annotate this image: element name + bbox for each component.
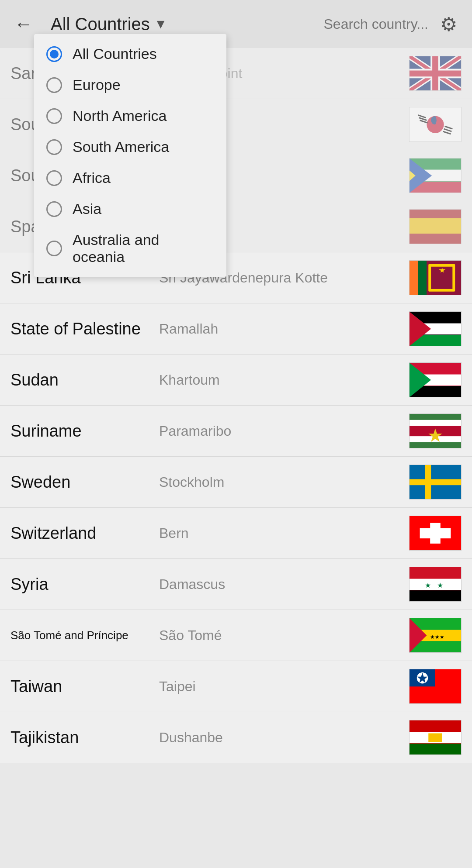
svg-text:★: ★ — [437, 582, 443, 589]
dropdown-item-all[interactable]: All Countries — [34, 38, 226, 69]
radio-asia — [46, 201, 62, 217]
country-name: Syria — [10, 575, 159, 594]
country-name: Taiwan — [10, 677, 159, 696]
country-row[interactable]: SurinameParamaribo — [0, 406, 472, 457]
gear-icon: ⚙ — [440, 13, 457, 35]
dropdown-item-australia[interactable]: Australia and oceania — [34, 224, 226, 272]
svg-text:★★★: ★★★ — [430, 634, 444, 640]
country-row[interactable]: SwedenStockholm — [0, 457, 472, 508]
capital-name: São Tomé — [159, 627, 409, 644]
svg-rect-57 — [410, 579, 461, 590]
svg-rect-75 — [428, 733, 442, 742]
region-filter-button[interactable]: All Countries ▼ — [45, 11, 172, 38]
back-arrow-icon: ← — [14, 13, 33, 35]
dropdown-label-australia: Australia and oceania — [73, 231, 214, 265]
svg-rect-74 — [410, 744, 461, 755]
flag-image — [409, 720, 462, 755]
capital-name: Bern — [159, 525, 409, 541]
flag-image — [409, 311, 462, 346]
region-dropdown: All CountriesEuropeNorth AmericaSouth Am… — [34, 34, 226, 277]
capital-name: Dushanbe — [159, 730, 409, 746]
settings-button[interactable]: ⚙ — [435, 11, 462, 37]
flag-image — [409, 107, 462, 142]
radio-south-america — [46, 139, 62, 155]
dropdown-label-all: All Countries — [73, 45, 157, 62]
svg-rect-25 — [410, 218, 461, 235]
dropdown-item-north-america[interactable]: North America — [34, 100, 226, 131]
country-row[interactable]: SwitzerlandBern — [0, 508, 472, 559]
dropdown-item-europe[interactable]: Europe — [34, 69, 226, 100]
svg-rect-26 — [410, 234, 461, 244]
flag-image — [409, 56, 462, 91]
country-row[interactable]: SyriaDamascus ★ ★ — [0, 559, 472, 610]
dropdown-item-africa[interactable]: Africa — [34, 162, 226, 193]
flag-image — [409, 260, 462, 295]
radio-australia — [46, 241, 62, 256]
dropdown-label-asia: Asia — [73, 200, 101, 217]
search-input[interactable] — [253, 16, 428, 32]
dropdown-item-asia[interactable]: Asia — [34, 193, 226, 224]
capital-name: Ramallah — [159, 321, 409, 337]
country-name: State of Palestine — [10, 320, 159, 338]
radio-africa — [46, 170, 62, 186]
svg-rect-29 — [418, 261, 427, 295]
flag-image — [409, 413, 462, 448]
svg-rect-56 — [410, 567, 461, 579]
dropdown-label-europe: Europe — [73, 76, 121, 93]
back-button[interactable]: ← — [10, 11, 37, 37]
country-name: São Tomé and Príncipe — [10, 629, 159, 642]
svg-text:★: ★ — [425, 582, 431, 589]
country-name: Switzerland — [10, 524, 159, 543]
dropdown-arrow-icon: ▼ — [154, 17, 167, 31]
radio-all — [46, 46, 62, 62]
capital-name: Khartoum — [159, 372, 409, 388]
country-row[interactable]: State of PalestineRamallah — [0, 303, 472, 355]
search-area: ⚙ — [181, 11, 462, 37]
country-name: Tajikistan — [10, 728, 159, 747]
radio-north-america — [46, 108, 62, 124]
radio-europe — [46, 77, 62, 93]
capital-name: Stockholm — [159, 474, 409, 490]
country-row[interactable]: TajikistanDushanbe — [0, 712, 472, 763]
dropdown-label-north-america: North America — [73, 107, 167, 124]
country-row[interactable]: TaiwanTaipei — [0, 661, 472, 712]
svg-rect-33 — [434, 269, 450, 286]
dropdown-item-south-america[interactable]: South America — [34, 131, 226, 162]
svg-rect-51 — [410, 479, 461, 485]
dropdown-label-africa: Africa — [73, 169, 111, 186]
country-row[interactable]: São Tomé and PríncipeSão Tomé ★★★ — [0, 610, 472, 661]
capital-name: Taipei — [159, 679, 409, 695]
svg-rect-72 — [410, 720, 461, 732]
flag-image — [409, 362, 462, 397]
svg-rect-58 — [410, 590, 461, 602]
flag-image — [409, 669, 462, 704]
country-name: Sudan — [10, 371, 159, 389]
flag-image: ★★★ — [409, 618, 462, 653]
country-name: Suriname — [10, 422, 159, 441]
svg-rect-28 — [410, 261, 418, 295]
capital-name: Damascus — [159, 576, 409, 592]
country-name: Sweden — [10, 473, 159, 492]
flag-image — [409, 209, 462, 244]
svg-rect-54 — [420, 528, 451, 539]
flag-image: ★ ★ — [409, 567, 462, 602]
header-title: All Countries — [51, 14, 150, 34]
country-row[interactable]: SudanKhartoum — [0, 355, 472, 406]
dropdown-label-south-america: South America — [73, 138, 169, 155]
flag-image — [409, 465, 462, 499]
flag-image — [409, 158, 462, 193]
capital-name: Paramaribo — [159, 423, 409, 439]
flag-image — [409, 516, 462, 551]
